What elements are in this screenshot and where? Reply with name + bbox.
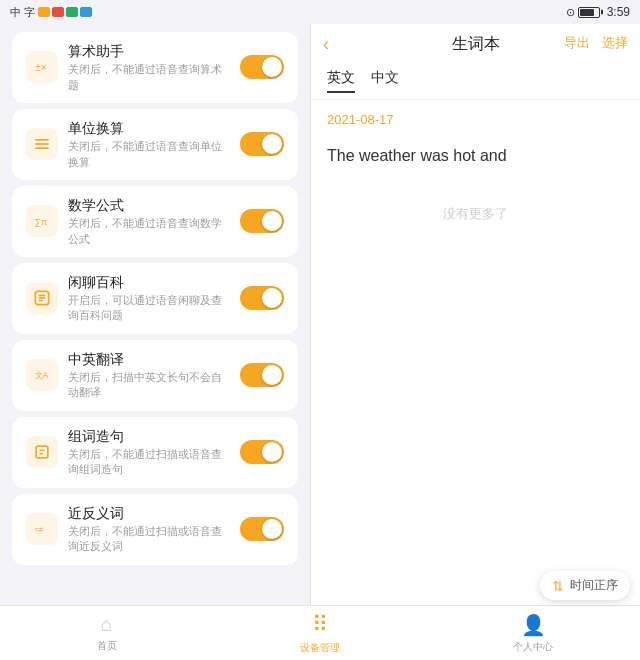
synonym-desc: 关闭后，不能通过扫描或语音查询近反义词 [68, 524, 230, 555]
sort-label: 时间正序 [570, 577, 618, 594]
status-bar: 中 字 ⊙ 3:59 [0, 0, 640, 24]
sort-button[interactable]: ⇅ 时间正序 [540, 571, 630, 600]
synonym-toggle[interactable] [240, 517, 284, 541]
nav-device[interactable]: ⠿ 设备管理 [213, 606, 426, 660]
wiki-desc: 开启后，可以通过语音闲聊及查询百科问题 [68, 293, 230, 324]
sort-icon: ⇅ [552, 578, 564, 594]
feature-item-synonym: ≈≠ 近反义词 关闭后，不能通过扫描或语音查询近反义词 [12, 494, 298, 565]
wiki-toggle[interactable] [240, 286, 284, 310]
tab-english[interactable]: 英文 [327, 69, 355, 93]
status-left: 中 字 [10, 5, 92, 20]
arithmetic-title: 算术助手 [68, 42, 230, 60]
feature-item-wiki: 闲聊百科 开启后，可以通过语音闲聊及查询百科问题 [12, 263, 298, 334]
unit-toggle[interactable] [240, 132, 284, 156]
date-label: 2021-08-17 [311, 100, 640, 133]
math-toggle[interactable] [240, 209, 284, 233]
svg-text:文A: 文A [35, 370, 49, 380]
translate-title: 中英翻译 [68, 350, 230, 368]
svg-text:∑π: ∑π [35, 218, 48, 228]
wifi-icon: 字 [24, 5, 35, 20]
feature-item-math: ∑π 数学公式 关闭后，不能通过语音查询数学公式 [12, 186, 298, 257]
wiki-icon [26, 282, 58, 314]
translate-toggle[interactable] [240, 363, 284, 387]
main-content: ±× 算术助手 关闭后，不能通过语音查询算术题 单位换算 关闭后，不能通过语音查… [0, 24, 640, 605]
right-panel-actions: 导出 选择 [564, 34, 628, 52]
wiki-text: 闲聊百科 开启后，可以通过语音闲聊及查询百科问题 [68, 273, 230, 324]
compose-desc: 关闭后，不能通过扫描或语音查询组词造句 [68, 447, 230, 478]
vocab-entry: The weather was hot and [311, 133, 640, 185]
compose-text: 组词造句 关闭后，不能通过扫描或语音查询组词造句 [68, 427, 230, 478]
vocab-text: The weather was hot and [327, 143, 624, 169]
device-icon: ⠿ [312, 612, 328, 638]
feature-item-unit: 单位换算 关闭后，不能通过语音查询单位换算 [12, 109, 298, 180]
right-panel: ‹ 生词本 导出 选择 英文 中文 2021-08-17 The weather… [311, 24, 640, 605]
feature-item-arithmetic: ±× 算术助手 关闭后，不能通过语音查询算术题 [12, 32, 298, 103]
translate-icon: 文A [26, 359, 58, 391]
left-panel: ±× 算术助手 关闭后，不能通过语音查询算术题 单位换算 关闭后，不能通过语音查… [0, 24, 310, 605]
charge-icon: ⊙ [566, 6, 575, 19]
synonym-icon: ≈≠ [26, 513, 58, 545]
time-right: 3:59 [607, 5, 630, 19]
nav-home-label: 首页 [97, 639, 117, 653]
svg-text:≈≠: ≈≠ [35, 525, 45, 535]
svg-rect-10 [36, 446, 48, 458]
unit-text: 单位换算 关闭后，不能通过语音查询单位换算 [68, 119, 230, 170]
tab-chinese[interactable]: 中文 [371, 69, 399, 93]
status-icons-left [38, 7, 92, 17]
arithmetic-toggle[interactable] [240, 55, 284, 79]
home-icon: ⌂ [101, 613, 113, 636]
nav-device-label: 设备管理 [300, 641, 340, 655]
compose-toggle[interactable] [240, 440, 284, 464]
back-button[interactable]: ‹ [323, 34, 329, 55]
right-panel-header: ‹ 生词本 导出 选择 [311, 24, 640, 61]
math-desc: 关闭后，不能通过语音查询数学公式 [68, 216, 230, 247]
export-button[interactable]: 导出 [564, 34, 590, 52]
arithmetic-icon: ±× [26, 51, 58, 83]
arithmetic-desc: 关闭后，不能通过语音查询算术题 [68, 62, 230, 93]
math-icon: ∑π [26, 205, 58, 237]
arithmetic-text: 算术助手 关闭后，不能通过语音查询算术题 [68, 42, 230, 93]
compose-title: 组词造句 [68, 427, 230, 445]
math-text: 数学公式 关闭后，不能通过语音查询数学公式 [68, 196, 230, 247]
nav-profile-label: 个人中心 [513, 640, 553, 654]
svg-text:±×: ±× [35, 63, 46, 74]
math-title: 数学公式 [68, 196, 230, 214]
feature-item-compose: 组词造句 关闭后，不能通过扫描或语音查询组词造句 [12, 417, 298, 488]
nav-home[interactable]: ⌂ 首页 [0, 606, 213, 660]
signal-icon: 中 [10, 5, 21, 20]
no-more-label: 没有更多了 [311, 185, 640, 243]
profile-icon: 👤 [521, 613, 546, 637]
wiki-title: 闲聊百科 [68, 273, 230, 291]
compose-icon [26, 436, 58, 468]
translate-desc: 关闭后，扫描中英文长句不会自动翻译 [68, 370, 230, 401]
nav-profile[interactable]: 👤 个人中心 [427, 606, 640, 660]
translate-text: 中英翻译 关闭后，扫描中英文长句不会自动翻译 [68, 350, 230, 401]
synonym-text: 近反义词 关闭后，不能通过扫描或语音查询近反义词 [68, 504, 230, 555]
bottom-nav: ⌂ 首页 ⠿ 设备管理 👤 个人中心 [0, 605, 640, 660]
tabs-row: 英文 中文 [311, 61, 640, 100]
battery-display [578, 7, 600, 18]
select-button[interactable]: 选择 [602, 34, 628, 52]
status-right: ⊙ 3:59 [566, 5, 630, 19]
unit-title: 单位换算 [68, 119, 230, 137]
unit-desc: 关闭后，不能通过语音查询单位换算 [68, 139, 230, 170]
synonym-title: 近反义词 [68, 504, 230, 522]
unit-icon [26, 128, 58, 160]
feature-item-translate: 文A 中英翻译 关闭后，扫描中英文长句不会自动翻译 [12, 340, 298, 411]
